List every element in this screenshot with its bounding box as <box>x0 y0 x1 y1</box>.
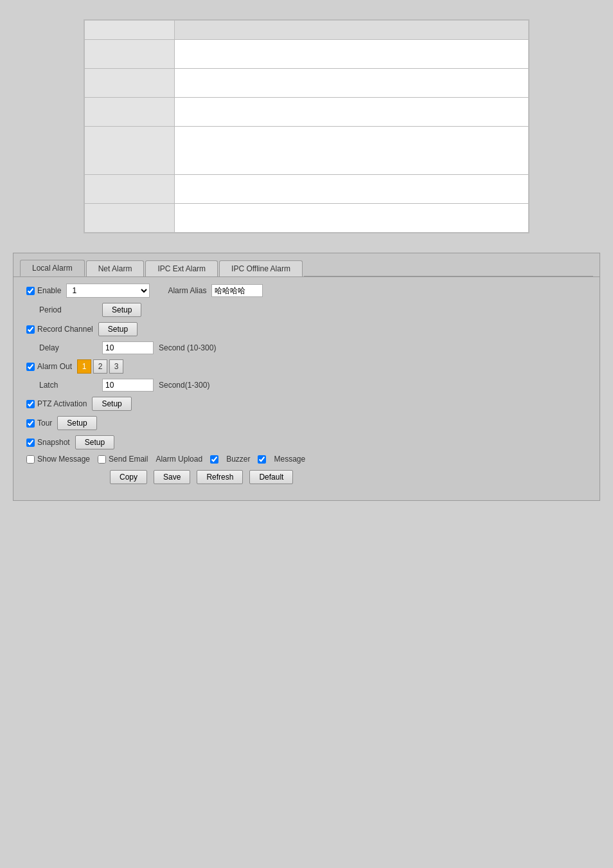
record-channel-row: Record Channel Setup <box>26 322 587 336</box>
show-message-checkbox[interactable] <box>26 455 35 464</box>
tab-local-alarm[interactable]: Local Alarm <box>20 260 85 276</box>
refresh-button[interactable]: Refresh <box>197 470 243 484</box>
alarm-upload-checkbox[interactable] <box>210 455 218 464</box>
enable-label: Enable <box>37 286 61 295</box>
table-cell-label <box>85 175 175 204</box>
record-channel-checkbox-label: Record Channel <box>26 325 93 334</box>
send-email-checkbox[interactable] <box>98 455 106 464</box>
table-cell-content <box>175 69 529 98</box>
show-message-label: Show Message <box>37 455 90 464</box>
ptz-setup-button[interactable]: Setup <box>92 397 131 411</box>
table-cell-label <box>85 98 175 127</box>
table-cell-content <box>175 98 529 127</box>
table-cell-content <box>175 127 529 175</box>
tab-spacer <box>304 276 593 276</box>
period-setup-button[interactable]: Setup <box>102 303 141 317</box>
upper-table <box>84 20 529 233</box>
table-row <box>85 175 529 204</box>
table-row <box>85 69 529 98</box>
ptz-checkbox-label: PTZ Activation <box>26 399 87 408</box>
table-cell-label <box>85 204 175 233</box>
channel-select[interactable]: 1 <box>66 284 150 298</box>
alarm-alias-input[interactable] <box>211 284 263 297</box>
delay-row: Delay Second (10-300) <box>39 341 587 354</box>
latch-row: Latch Second(1-300) <box>39 379 587 392</box>
table-row <box>85 40 529 69</box>
table-cell-content <box>175 40 529 69</box>
table-cell-label <box>85 40 175 69</box>
period-label: Period <box>39 305 97 314</box>
latch-input[interactable] <box>102 379 154 392</box>
upper-table-section <box>84 19 529 233</box>
tab-net-alarm[interactable]: Net Alarm <box>86 260 145 276</box>
table-cell-content <box>175 175 529 204</box>
alarm-out-label: Alarm Out <box>37 362 72 371</box>
table-row <box>85 98 529 127</box>
default-button[interactable]: Default <box>249 470 293 484</box>
buzzer-label: Buzzer <box>226 455 250 464</box>
alarm-out-btn-3[interactable]: 3 <box>109 359 123 374</box>
buzzer-checkbox[interactable] <box>258 455 266 464</box>
enable-checkbox[interactable] <box>26 287 35 295</box>
record-channel-checkbox[interactable] <box>26 325 35 334</box>
alarm-out-btn-2[interactable]: 2 <box>93 359 107 374</box>
table-cell-label <box>85 69 175 98</box>
alarm-upload-label: Alarm Upload <box>155 455 202 464</box>
table-row <box>85 21 529 40</box>
buzzer-checkbox-label <box>258 455 266 464</box>
table-cell-content <box>175 21 529 40</box>
table-row <box>85 204 529 233</box>
tour-checkbox[interactable] <box>26 419 35 428</box>
record-channel-label: Record Channel <box>37 325 93 334</box>
table-row <box>85 127 529 175</box>
enable-row: Enable 1 Alarm Alias <box>26 284 587 298</box>
record-channel-setup-button[interactable]: Setup <box>98 322 138 336</box>
alarm-out-row: Alarm Out 1 2 3 <box>26 359 587 374</box>
message-label: Message <box>274 455 305 464</box>
alarm-out-checkbox-label: Alarm Out <box>26 362 72 371</box>
table-cell-label <box>85 127 175 175</box>
copy-button[interactable]: Copy <box>110 470 147 484</box>
bottom-buttons: Copy Save Refresh Default <box>110 470 587 484</box>
show-message-checkbox-label: Show Message <box>26 455 90 464</box>
tour-label: Tour <box>37 419 52 428</box>
snapshot-checkbox[interactable] <box>26 439 35 447</box>
tour-setup-button[interactable]: Setup <box>57 416 96 430</box>
alarm-alias-label: Alarm Alias <box>168 286 206 295</box>
tab-ipc-offline-alarm[interactable]: IPC Offline Alarm <box>219 260 303 276</box>
alarm-upload-checkbox-label <box>210 455 218 464</box>
tab-ipc-ext-alarm[interactable]: IPC Ext Alarm <box>145 260 218 276</box>
delay-unit: Second (10-300) <box>159 343 216 352</box>
alarm-out-buttons: 1 2 3 <box>77 359 123 374</box>
tour-row: Tour Setup <box>26 416 587 430</box>
send-email-label: Send Email <box>109 455 148 464</box>
ptz-label: PTZ Activation <box>37 399 87 408</box>
enable-checkbox-label: Enable <box>26 286 61 295</box>
latch-unit: Second(1-300) <box>159 381 209 390</box>
show-message-row: Show Message Send Email Alarm Upload Buz… <box>26 455 587 464</box>
alarm-out-checkbox[interactable] <box>26 363 35 371</box>
panel-content: Enable 1 Alarm Alias Period Setup Record… <box>13 276 600 491</box>
snapshot-row: Snapshot Setup <box>26 435 587 449</box>
snapshot-setup-button[interactable]: Setup <box>75 435 114 449</box>
ptz-checkbox[interactable] <box>26 400 35 408</box>
latch-label: Latch <box>39 381 97 390</box>
alarm-tabs: Local Alarm Net Alarm IPC Ext Alarm IPC … <box>13 253 600 276</box>
tour-checkbox-label: Tour <box>26 419 52 428</box>
save-button[interactable]: Save <box>154 470 190 484</box>
period-row: Period Setup <box>39 303 587 317</box>
alarm-settings-panel: Local Alarm Net Alarm IPC Ext Alarm IPC … <box>13 253 600 501</box>
table-cell-label <box>85 21 175 40</box>
table-cell-content <box>175 204 529 233</box>
alarm-out-btn-1[interactable]: 1 <box>77 359 91 374</box>
ptz-row: PTZ Activation Setup <box>26 397 587 411</box>
delay-input[interactable] <box>102 341 154 354</box>
snapshot-label: Snapshot <box>37 438 70 447</box>
snapshot-checkbox-label: Snapshot <box>26 438 70 447</box>
send-email-checkbox-label: Send Email <box>98 455 148 464</box>
delay-label: Delay <box>39 343 97 352</box>
